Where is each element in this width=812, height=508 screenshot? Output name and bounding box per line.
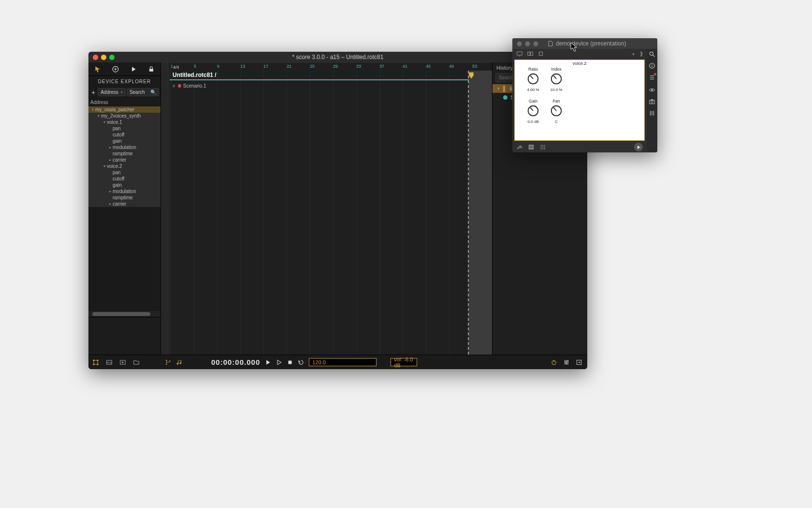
tree-header-address: Address bbox=[88, 98, 160, 106]
toolbar-chevron-icon[interactable]: ⟫ bbox=[640, 51, 643, 57]
export-icon[interactable] bbox=[576, 359, 582, 366]
graph-view-icon[interactable] bbox=[92, 359, 99, 366]
device-search-input[interactable]: Search🔍 bbox=[127, 88, 159, 96]
wrench-icon[interactable] bbox=[516, 144, 523, 150]
screen-icon[interactable] bbox=[516, 50, 523, 57]
svg-rect-1 bbox=[149, 69, 153, 71]
image-view-icon[interactable] bbox=[106, 359, 113, 366]
time-signature[interactable]: 4/4 bbox=[173, 65, 179, 70]
tree-item[interactable]: ▸modulation bbox=[88, 188, 160, 194]
stop-icon[interactable] bbox=[537, 50, 544, 57]
piano-icon[interactable] bbox=[528, 144, 535, 150]
presentation-view-icon[interactable] bbox=[119, 359, 126, 366]
tree-item[interactable]: ▾voice.1 bbox=[88, 119, 160, 125]
svg-point-31 bbox=[544, 147, 545, 148]
svg-point-27 bbox=[542, 145, 543, 146]
tree-item[interactable]: ▸carrier bbox=[88, 157, 160, 163]
pan-knob[interactable]: PanC bbox=[545, 99, 568, 124]
scenario-breadcrumb[interactable]: Untitled.rotc81 / bbox=[173, 72, 217, 78]
svg-point-30 bbox=[542, 147, 543, 148]
add-device-button[interactable]: + bbox=[90, 89, 97, 96]
tree-item[interactable]: ▸modulation bbox=[88, 144, 160, 150]
stop-button[interactable] bbox=[287, 359, 293, 366]
scenario-timeline-bar[interactable] bbox=[170, 79, 492, 80]
timeline-canvas[interactable]: 1591317212529333741454953 4/4 Untitled.r… bbox=[161, 62, 492, 355]
playhead-marker-icon[interactable] bbox=[468, 72, 475, 79]
matrix-icon[interactable] bbox=[539, 144, 546, 150]
device-toolbar: ＋ ⟫ bbox=[512, 49, 647, 59]
svg-point-9 bbox=[166, 363, 167, 364]
info-icon[interactable] bbox=[649, 62, 655, 69]
zoom-window-button[interactable] bbox=[109, 55, 115, 60]
device-tree-hscrollbar[interactable] bbox=[88, 311, 160, 317]
zoom-window-button[interactable] bbox=[533, 41, 538, 46]
branch-icon[interactable] bbox=[165, 359, 172, 366]
list-icon[interactable] bbox=[649, 74, 655, 82]
svg-point-8 bbox=[166, 359, 167, 360]
ratio-knob[interactable]: Ratio4.00 % bbox=[522, 67, 545, 92]
timeline-ruler[interactable]: 1591317212529333741454953 bbox=[170, 63, 492, 71]
transport-bar: 00:00:00.000 120.0 vol: -6.0 dB bbox=[88, 355, 587, 369]
music-note-icon[interactable] bbox=[176, 359, 183, 366]
add-knob-button[interactable]: ＋ bbox=[631, 50, 636, 58]
sliders-icon[interactable] bbox=[563, 359, 570, 366]
restart-button[interactable] bbox=[298, 359, 304, 366]
tree-item[interactable]: ▾my_ossia_patcher bbox=[88, 106, 160, 113]
device-window-titlebar[interactable]: demo.device (presentation) bbox=[512, 38, 657, 49]
volume-display[interactable]: vol: -6.0 dB bbox=[391, 358, 417, 366]
gain-knob[interactable]: Gain0.0 dB bbox=[522, 99, 545, 124]
add-circle-icon[interactable] bbox=[112, 66, 119, 73]
svg-point-34 bbox=[544, 149, 545, 149]
timeline-gridlines bbox=[170, 71, 492, 355]
search-icon[interactable] bbox=[649, 51, 655, 58]
close-window-button[interactable] bbox=[93, 55, 98, 60]
tree-item[interactable]: ramptime bbox=[88, 150, 160, 157]
sliders-vertical-icon[interactable] bbox=[649, 110, 655, 117]
svg-rect-18 bbox=[528, 52, 530, 56]
device-detail-empty bbox=[88, 317, 160, 355]
tempo-input[interactable]: 120.0 bbox=[309, 358, 377, 366]
play-outline-button[interactable] bbox=[276, 359, 282, 366]
play-round-button[interactable] bbox=[634, 143, 643, 151]
index-knob[interactable]: Index10.0 % bbox=[545, 67, 568, 92]
minimize-window-button[interactable] bbox=[101, 55, 106, 60]
tree-item[interactable]: pan bbox=[88, 125, 160, 132]
split-icon[interactable] bbox=[527, 50, 534, 57]
svg-rect-40 bbox=[651, 99, 653, 100]
scenario-row[interactable]: ≡ Scenario.1 bbox=[173, 83, 206, 89]
tree-item[interactable]: pan bbox=[88, 169, 160, 176]
play-icon[interactable] bbox=[130, 66, 137, 73]
camera-icon[interactable] bbox=[649, 98, 655, 105]
tree-item[interactable]: cutoff bbox=[88, 176, 160, 182]
timeline-gutter bbox=[161, 63, 170, 355]
svg-point-10 bbox=[169, 360, 170, 361]
tree-item[interactable]: ▾voice.2 bbox=[88, 163, 160, 169]
tree-item[interactable]: ▸carrier bbox=[88, 201, 160, 207]
minimize-window-button[interactable] bbox=[525, 41, 530, 46]
timeline-panel: 1591317212529333741454953 4/4 Untitled.r… bbox=[161, 62, 493, 355]
voice2-label: voice.2 bbox=[515, 61, 644, 66]
device-tree[interactable]: ▾my_ossia_patcher▾my_2voices_synth▾voice… bbox=[88, 106, 160, 311]
svg-rect-17 bbox=[517, 52, 522, 55]
play-button[interactable] bbox=[264, 359, 271, 366]
tree-item[interactable]: cutoff bbox=[88, 132, 160, 138]
tree-item[interactable]: gain bbox=[88, 182, 160, 188]
scenario-label: Scenario.1 bbox=[183, 83, 206, 89]
svg-point-29 bbox=[541, 147, 542, 148]
cursor-icon[interactable] bbox=[94, 66, 101, 73]
loop-end-marker[interactable] bbox=[468, 71, 469, 355]
address-mode-selector[interactable]: Address ▾ bbox=[98, 88, 126, 96]
close-window-button[interactable] bbox=[517, 41, 522, 46]
lock-icon[interactable] bbox=[148, 66, 155, 73]
tree-item[interactable]: gain bbox=[88, 138, 160, 144]
device-explorer-panel: DEVICE EXPLORER + Address ▾ Search🔍 Addr… bbox=[88, 62, 161, 355]
tree-item[interactable]: ramptime bbox=[88, 194, 160, 201]
svg-point-26 bbox=[541, 145, 542, 146]
power-icon[interactable] bbox=[551, 359, 557, 366]
voice2-patch[interactable]: voice.2 Ratio4.00 %Index10.0 %Gain0.0 dB… bbox=[514, 60, 645, 141]
eye-icon[interactable] bbox=[649, 87, 655, 93]
folder-icon[interactable] bbox=[133, 359, 140, 366]
record-dot-icon bbox=[178, 84, 181, 88]
device-presentation-window[interactable]: demo.device (presentation) ＋ ⟫ voice.2 R… bbox=[512, 38, 657, 152]
tree-item[interactable]: ▾my_2voices_synth bbox=[88, 113, 160, 119]
